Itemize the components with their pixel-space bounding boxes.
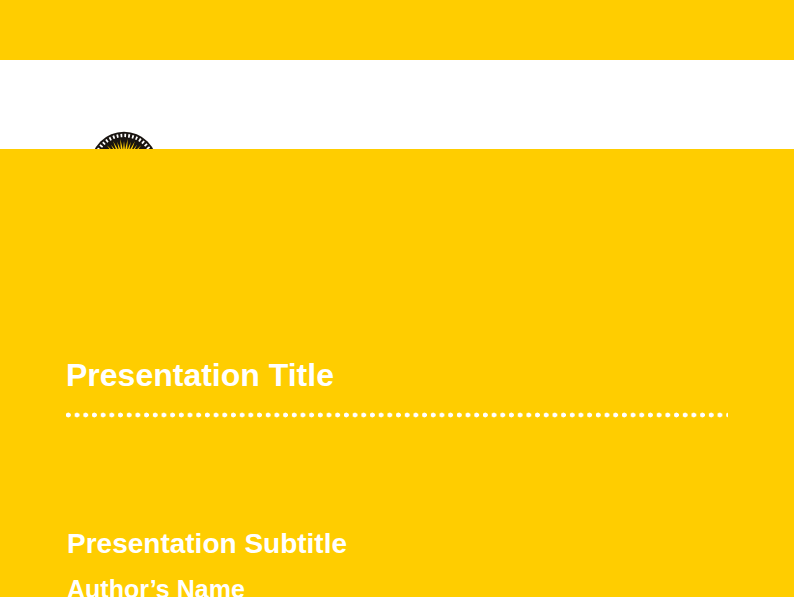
dotted-divider [66,412,728,418]
title-slide: Utrecht University Presentation Title Pr… [0,0,794,597]
presentation-subtitle: Presentation Subtitle [67,529,347,559]
logo-band: Utrecht University [0,60,794,149]
author-name: Author’s Name [67,576,245,597]
top-accent-band [0,0,794,60]
slide-body: Presentation Title Presentation Subtitle… [0,149,794,597]
presentation-title: Presentation Title [66,358,334,392]
